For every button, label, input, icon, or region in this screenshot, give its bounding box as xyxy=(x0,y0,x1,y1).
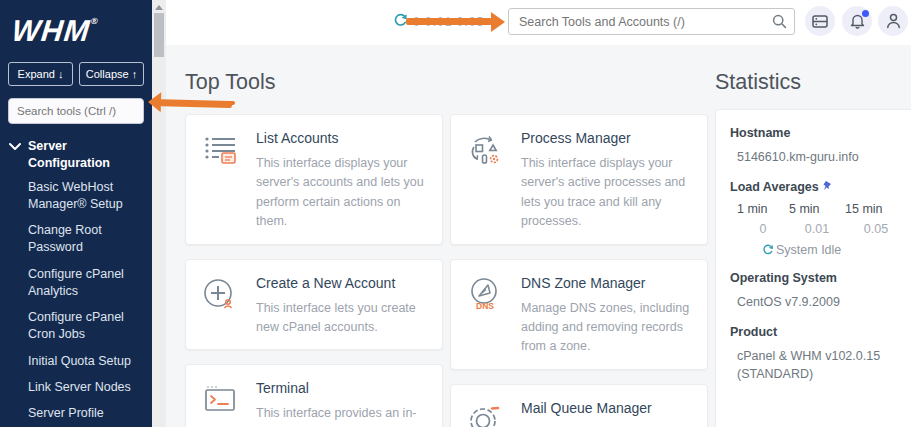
card-title[interactable]: List Accounts xyxy=(256,130,428,146)
whm-logo: WHM® xyxy=(10,14,99,48)
expand-label: Expand xyxy=(18,68,55,80)
annotation-arrow-to-sidebar-search xyxy=(148,92,232,114)
sidebar-item-server-profile[interactable]: Server Profile xyxy=(28,405,146,422)
card-description: This interface lets you view, delete, an… xyxy=(521,424,693,427)
sidebar-nav: Server Configuration Basic WebHost Manag… xyxy=(0,138,146,427)
refresh-icon[interactable] xyxy=(762,244,774,256)
product-label: Product xyxy=(730,325,911,339)
card-description: Manage DNS zones, including adding and r… xyxy=(521,299,693,357)
process-manager-icon xyxy=(467,130,505,232)
system-idle-status: System Idle xyxy=(762,243,911,257)
load-averages-table: 1 min 5 min 15 min 0 0.01 0.05 xyxy=(737,202,911,236)
sidebar-section-label: Server Configuration xyxy=(28,138,146,173)
card-title[interactable]: Mail Queue Manager xyxy=(521,400,693,416)
statistics-title: Statistics xyxy=(715,70,911,95)
operating-system-value: CentOS v7.9.2009 xyxy=(737,293,911,311)
collapse-label: Collapse xyxy=(86,68,129,80)
card-description: This interface displays your server's ac… xyxy=(521,154,693,232)
pin-icon[interactable] xyxy=(822,180,833,192)
card-title[interactable]: Create a New Account xyxy=(256,275,428,291)
tool-card-list-accounts[interactable]: List Accounts This interface displays yo… xyxy=(185,114,443,245)
tool-card-process-manager[interactable]: Process Manager This interface displays … xyxy=(450,114,708,245)
mail-queue-icon xyxy=(467,400,505,427)
create-account-icon xyxy=(202,275,240,338)
chevron-down-icon xyxy=(8,142,22,151)
sidebar-item-change-root-password[interactable]: Change Root Password xyxy=(28,222,146,257)
load-col-5min: 5 min xyxy=(789,202,845,216)
top-tools-section: Top Tools List Accounts This interface d… xyxy=(185,70,709,427)
global-search-input[interactable] xyxy=(508,8,795,35)
tool-card-terminal[interactable]: Terminal This interface provides an in-b… xyxy=(185,364,443,427)
collapse-button[interactable]: Collapse ↑ xyxy=(79,62,144,86)
sidebar-item-configure-cpanel-cron-jobs[interactable]: Configure cPanel Cron Jobs xyxy=(28,309,146,344)
sidebar-item-link-server-nodes[interactable]: Link Server Nodes xyxy=(28,379,146,396)
arrow-up-icon: ↑ xyxy=(132,68,138,80)
registered-mark: ® xyxy=(91,16,100,26)
load-val-5min: 0.01 xyxy=(789,222,845,236)
annotation-arrow-to-global-search xyxy=(406,12,506,32)
hostname-value: 5146610.km-guru.info xyxy=(737,148,911,166)
dns-badge-text: DNS xyxy=(476,301,494,311)
scrollbar-thumb[interactable] xyxy=(154,13,164,57)
load-averages-label: Load Averages xyxy=(730,180,911,194)
sidebar: WHM® Expand ↓ Collapse ↑ Server Configur… xyxy=(0,0,152,427)
scrollbar-up-arrow-icon[interactable] xyxy=(155,5,163,10)
sidebar-search-input[interactable] xyxy=(8,98,144,124)
notifications-button[interactable] xyxy=(842,6,872,36)
search-icon xyxy=(772,14,787,29)
product-value: cPanel & WHM v102.0.15 (STANDARD) xyxy=(737,347,911,383)
sidebar-section-server-configuration[interactable]: Server Configuration xyxy=(0,138,146,173)
sidebar-scrollbar[interactable] xyxy=(152,0,166,427)
operating-system-label: Operating System xyxy=(730,271,911,285)
top-header: 0 0.01 0.05 xyxy=(166,0,911,45)
tool-card-dns-zone-manager[interactable]: DNS DNS Zone Manager Manage DNS zones, i… xyxy=(450,259,708,370)
card-title[interactable]: Process Manager xyxy=(521,130,693,146)
sidebar-item-basic-webhost-manager-setup[interactable]: Basic WebHost Manager® Setup xyxy=(28,179,146,214)
content-area: Top Tools List Accounts This interface d… xyxy=(166,45,911,427)
card-title[interactable]: DNS Zone Manager xyxy=(521,275,693,291)
user-icon xyxy=(886,13,901,29)
expand-button[interactable]: Expand ↓ xyxy=(8,62,73,86)
load-col-1min: 1 min xyxy=(737,202,789,216)
card-description: This interface provides an in-browser te… xyxy=(256,404,428,427)
statistics-card: Hostname 5146610.km-guru.info Load Avera… xyxy=(715,109,911,427)
arrow-down-icon: ↓ xyxy=(58,68,64,80)
card-description: This interface displays your server's ac… xyxy=(256,154,428,232)
card-description: This interface lets you create new cPane… xyxy=(256,299,428,338)
server-status-button[interactable] xyxy=(805,6,835,36)
server-icon xyxy=(812,15,828,28)
load-val-15min: 0.05 xyxy=(845,222,907,236)
card-title[interactable]: Terminal xyxy=(256,380,428,396)
terminal-icon xyxy=(202,380,240,427)
list-accounts-icon xyxy=(202,130,240,232)
system-idle-text: System Idle xyxy=(776,243,841,257)
hostname-label: Hostname xyxy=(730,126,911,140)
notification-dot xyxy=(862,10,869,17)
tool-card-create-new-account[interactable]: Create a New Account This interface lets… xyxy=(185,259,443,351)
sidebar-item-initial-quota-setup[interactable]: Initial Quota Setup xyxy=(28,353,146,370)
sidebar-item-configure-cpanel-analytics[interactable]: Configure cPanel Analytics xyxy=(28,266,146,301)
bell-icon xyxy=(850,13,865,29)
statistics-section: Statistics Hostname 5146610.km-guru.info… xyxy=(715,70,911,427)
tool-card-mail-queue-manager[interactable]: Mail Queue Manager This interface lets y… xyxy=(450,384,708,427)
main-area: 0 0.01 0.05 Top Tools xyxy=(166,0,911,427)
dns-zone-icon: DNS xyxy=(467,275,505,357)
top-tools-title: Top Tools xyxy=(185,70,709,95)
load-col-15min: 15 min xyxy=(845,202,907,216)
user-menu-button[interactable] xyxy=(878,6,908,36)
load-val-1min: 0 xyxy=(737,222,789,236)
load-averages-text: Load Averages xyxy=(730,180,819,194)
whm-logo-text: WHM xyxy=(10,14,91,47)
